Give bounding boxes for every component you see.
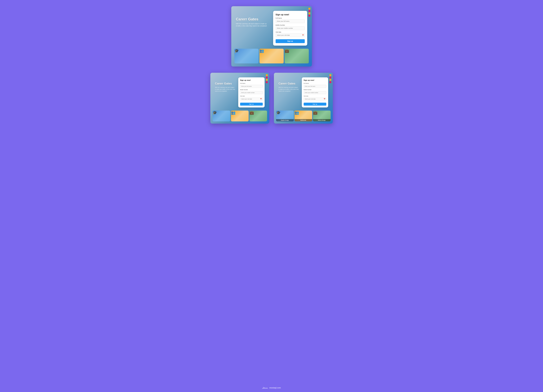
- inp-date-left[interactable]: [240, 97, 263, 101]
- label-full-name: Full Name: [276, 17, 305, 19]
- lbl-name-right: Full Name: [304, 83, 326, 84]
- form-title-left: Sign up now!: [240, 79, 263, 81]
- fg-mobile-right: Mobile Number: [304, 89, 326, 94]
- calendar-icon: 📅: [302, 34, 304, 36]
- photo-biz-left: [249, 111, 267, 121]
- signup-button-top[interactable]: Sign up: [276, 39, 305, 43]
- signup-btn-right[interactable]: Sign up: [304, 103, 326, 106]
- date-wrapper-right: 📅: [304, 97, 326, 101]
- hero-area-left: Carerr Gates With the Learning Lab each …: [210, 73, 269, 111]
- signup-form-right: Sign up now! Full Name Mobile Number Vis…: [302, 77, 328, 108]
- lbl-mobile-right: Mobile Number: [304, 89, 326, 91]
- inp-mobile-right[interactable]: [304, 91, 326, 94]
- bottom-left-card: Carerr Gates With the Learning Lab each …: [210, 73, 269, 124]
- card-content-right: Carerr Gates With the Learning Lab each …: [274, 73, 333, 124]
- brand-subtitle-right: With the Learning Lab each subject is ma…: [278, 86, 299, 92]
- watermark-arabic: مستقل: [262, 387, 268, 389]
- brand-subtitle-left: With the Learning Lab each subject is ma…: [215, 86, 235, 92]
- label-mobile: Mobile Number: [276, 24, 305, 26]
- signup-form-left: Sign up now! Full Name Mobile Number Vis…: [238, 77, 265, 108]
- signup-form-top: Sign up now! Full Name Mobile Number Vis…: [273, 11, 307, 45]
- fg-mobile-left: Mobile Number: [240, 89, 263, 94]
- form-title-top: Sign up now!: [276, 13, 305, 16]
- label-multimedia: Mutlimedia: [294, 119, 312, 121]
- bottom-row: Carerr Gates With the Learning Lab each …: [210, 73, 333, 124]
- brand-subtitle: With the Learning Lab each subject is ma…: [236, 23, 267, 27]
- form-group-name: Full Name: [276, 17, 305, 23]
- fg-date-left: Visit date 📅: [240, 95, 263, 101]
- lbl-date-right: Visit date: [304, 95, 326, 97]
- date-input-wrapper: 📅: [276, 33, 305, 37]
- photo-interior-design[interactable]: Interior Design: [313, 111, 331, 121]
- label-graphic-design: Graphic Design: [276, 119, 294, 121]
- photo-grad-left: [213, 111, 230, 121]
- photo-strip-right: Graphic Design Mutlimedia Interior Desig…: [274, 111, 333, 124]
- photo-strip-top: [231, 49, 312, 67]
- lbl-mobile-left: Mobile Number: [240, 89, 263, 91]
- signup-btn-left[interactable]: Sign up: [240, 103, 263, 106]
- label-visit-date: Visit date: [276, 31, 305, 33]
- form-title-right: Sign up now!: [304, 79, 326, 81]
- input-visit-date[interactable]: [276, 33, 305, 37]
- watermark-english: mostaql.com: [269, 387, 281, 389]
- hero-text-block: Carerr Gates With the Learning Lab each …: [236, 11, 270, 27]
- label-interior-design: Interior Design: [313, 119, 331, 121]
- form-group-date: Visit date 📅: [276, 31, 305, 37]
- lbl-name-left: Full Name: [240, 83, 263, 84]
- hero-area-right: Carerr Gates With the Learning Lab each …: [274, 73, 333, 111]
- watermark: مستقل mostaql.com: [262, 387, 281, 389]
- cal-icon-left: 📅: [260, 98, 262, 100]
- photo-friends-left: [231, 111, 249, 121]
- brand-title-right: Carerr Gates: [278, 82, 299, 85]
- inp-name-right[interactable]: [304, 85, 326, 88]
- hero-text-right: Carerr Gates With the Learning Lab each …: [278, 77, 299, 92]
- fg-name-right: Full Name: [304, 83, 326, 88]
- cal-icon-right: 📅: [324, 98, 325, 100]
- input-mobile[interactable]: [276, 26, 305, 30]
- card-content-left: Carerr Gates With the Learning Lab each …: [210, 73, 269, 124]
- lbl-date-left: Visit date: [240, 95, 263, 97]
- inp-name-left[interactable]: [240, 85, 263, 88]
- photo-card-friends: [260, 49, 284, 63]
- fg-date-right: Visit date 📅: [304, 95, 326, 101]
- inp-date-right[interactable]: [304, 97, 326, 101]
- inp-mobile-left[interactable]: [240, 91, 263, 94]
- brand-title-left: Carerr Gates: [215, 82, 235, 85]
- photo-card-grad: [234, 49, 259, 63]
- photo-card-biz: [285, 49, 309, 63]
- bottom-right-card: Carerr Gates With the Learning Lab each …: [274, 73, 333, 124]
- photo-graphic-design[interactable]: Graphic Design: [276, 111, 294, 121]
- card-content: Carerr Gates With the Learning Lab each …: [231, 6, 312, 67]
- input-full-name[interactable]: [276, 19, 305, 23]
- hero-area: Carerr Gates With the Learning Lab each …: [231, 6, 312, 49]
- date-wrapper-left: 📅: [240, 97, 263, 101]
- photo-strip-left: [210, 111, 269, 124]
- photo-multimedia[interactable]: Mutlimedia: [294, 111, 312, 121]
- form-group-mobile: Mobile Number: [276, 24, 305, 30]
- brand-title: Carerr Gates: [236, 17, 270, 21]
- top-card: Carerr Gates With the Learning Lab each …: [231, 6, 312, 67]
- fg-name-left: Full Name: [240, 83, 263, 88]
- hero-text-left: Carerr Gates With the Learning Lab each …: [215, 77, 235, 92]
